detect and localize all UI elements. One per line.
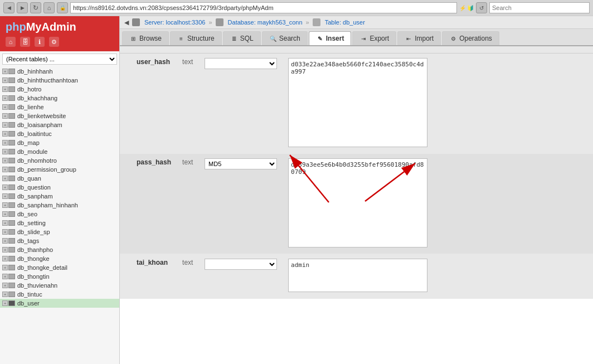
reload-button[interactable] xyxy=(30,2,41,13)
expand-icon[interactable]: + xyxy=(2,113,8,119)
table-item-db_loaitintuc[interactable]: + db_loaitintuc xyxy=(0,129,119,138)
table-item-db_tags[interactable]: + db_tags xyxy=(0,236,119,245)
tab-insert[interactable]: ✎ Insert xyxy=(309,31,352,45)
expand-icon[interactable]: + xyxy=(2,86,8,92)
expand-icon[interactable]: + xyxy=(2,69,8,74)
expand-icon[interactable]: + xyxy=(2,211,8,217)
field-function-pass-hash[interactable]: MD5 AES_ENCRYPT SHA1 PASSWORD xyxy=(199,153,283,254)
table-item-db_slide_sp[interactable]: + db_slide_sp xyxy=(0,227,119,236)
table-item-db_seo[interactable]: + db_seo xyxy=(0,210,119,219)
table-item-db_question[interactable]: + db_question xyxy=(0,183,119,192)
table-item-db_lienhe[interactable]: + db_lienhe xyxy=(0,103,119,111)
expand-icon[interactable]: + xyxy=(2,185,8,190)
textarea-user-hash[interactable]: d033e22ae348aeb5660fc2140aec35850c4da997 xyxy=(288,58,427,147)
expand-icon[interactable]: + xyxy=(2,247,8,253)
tab-browse-label: Browse xyxy=(139,35,162,42)
info-sidebar-icon[interactable]: ℹ xyxy=(35,37,45,47)
table-item-db_map[interactable]: + db_map xyxy=(0,138,119,147)
table-grid-icon xyxy=(8,300,15,306)
expand-icon[interactable]: + xyxy=(2,122,8,128)
settings-sidebar-icon[interactable]: ⚙ xyxy=(49,37,59,47)
address-bar[interactable] xyxy=(70,2,457,13)
expand-icon[interactable]: + xyxy=(2,149,8,154)
expand-icon[interactable]: + xyxy=(2,158,8,163)
table-item-label: db_slide_sp xyxy=(17,229,50,235)
expand-icon[interactable]: + xyxy=(2,193,8,199)
field-function-tai-khoan[interactable]: MD5 AES_ENCRYPT SHA1 PASSWORD xyxy=(199,254,283,298)
db-sidebar-icon[interactable]: 🗄 xyxy=(20,37,30,47)
expand-icon[interactable]: + xyxy=(2,167,8,172)
tab-operations[interactable]: ⚙ Operations xyxy=(442,31,499,45)
table-item-db_thongke[interactable]: + db_thongke xyxy=(0,254,119,263)
table-item-db_loaisanpham[interactable]: + db_loaisanpham xyxy=(0,120,119,129)
expand-icon[interactable]: + xyxy=(2,229,8,235)
tab-structure[interactable]: ≡ Structure xyxy=(170,31,222,45)
expand-icon[interactable]: + xyxy=(2,140,8,145)
expand-icon[interactable]: + xyxy=(2,274,8,279)
table-item-db_setting[interactable]: + db_setting xyxy=(0,219,119,227)
textarea-pass-hash[interactable]: da39a3ee5e6b4b0d3255bfef95601890afd80709 xyxy=(288,158,427,247)
function-select-pass-hash[interactable]: MD5 AES_ENCRYPT SHA1 PASSWORD xyxy=(205,158,277,169)
field-function-user-hash[interactable]: MD5 AES_ENCRYPT SHA1 PASSWORD xyxy=(199,53,283,153)
forward-button[interactable] xyxy=(17,2,28,13)
function-select-tai-khoan[interactable]: MD5 AES_ENCRYPT SHA1 PASSWORD xyxy=(205,259,277,270)
table-item-db_sanpham_hinhanh[interactable]: + db_sanpham_hinhanh xyxy=(0,201,119,210)
textarea-tai-khoan[interactable]: admin xyxy=(288,259,427,292)
field-value-pass-hash[interactable]: da39a3ee5e6b4b0d3255bfef95601890afd80709 xyxy=(283,153,593,254)
field-value-tai-khoan[interactable]: admin xyxy=(283,254,593,298)
expand-icon[interactable]: + xyxy=(2,95,8,101)
table-item-icon: + xyxy=(2,176,15,181)
expand-icon[interactable]: + xyxy=(2,283,8,288)
expand-icon[interactable]: + xyxy=(2,131,8,137)
table-item-icon: + xyxy=(2,113,15,119)
table-item-db_sanpham[interactable]: + db_sanpham xyxy=(0,192,119,201)
expand-icon[interactable]: + xyxy=(2,256,8,261)
breadcrumb-database[interactable]: Database: maykh563_conn xyxy=(228,19,303,26)
expand-icon[interactable]: + xyxy=(2,77,8,83)
expand-icon[interactable]: + xyxy=(2,104,8,110)
table-item-db_user[interactable]: + db_user xyxy=(0,299,119,308)
breadcrumb-server[interactable]: Server: localhost:3306 xyxy=(144,19,205,26)
table-item-db_nhomhotro[interactable]: + db_nhomhotro xyxy=(0,156,119,165)
table-item-db_module[interactable]: + db_module xyxy=(0,147,119,156)
expand-icon[interactable]: + xyxy=(2,238,8,244)
table-item-db_hinhthucthanhtoan[interactable]: + db_hinhthucthanhtoan xyxy=(0,76,119,85)
expand-icon[interactable]: + xyxy=(2,202,8,208)
table-item-db_lienketwebsite[interactable]: + db_lienketwebsite xyxy=(0,111,119,120)
content-area: user_hash text MD5 AES_ENCRYPT SHA1 PASS… xyxy=(120,46,593,364)
tab-search[interactable]: 🔍 Search xyxy=(262,31,308,45)
table-item-db_thongtin[interactable]: + db_thongtin xyxy=(0,272,119,281)
tab-sql[interactable]: ≣ SQL xyxy=(223,31,261,45)
table-item-label: db_question xyxy=(17,184,51,191)
table-item-db_hotro[interactable]: + db_hotro xyxy=(0,85,119,94)
field-value-user-hash[interactable]: d033e22ae348aeb5660fc2140aec35850c4da997 xyxy=(283,53,593,153)
expand-icon[interactable]: + xyxy=(2,220,8,226)
expand-icon[interactable]: + xyxy=(2,300,8,306)
table-item-db_khachhang[interactable]: + db_khachhang xyxy=(0,94,119,103)
browser-search-input[interactable] xyxy=(489,2,590,13)
recent-tables-select[interactable]: (Recent tables) ... xyxy=(2,54,117,65)
refresh-button[interactable]: ↺ xyxy=(476,2,487,13)
home-sidebar-icon[interactable]: ⌂ xyxy=(6,37,16,47)
table-item-db_tintuc[interactable]: + db_tintuc xyxy=(0,290,119,299)
table-item-db_permission_group[interactable]: + db_permission_group xyxy=(0,165,119,174)
breadcrumb-table[interactable]: Table: db_user xyxy=(325,19,365,26)
expand-icon[interactable]: + xyxy=(2,292,8,297)
app-container: phpMyAdmin ⌂ 🗄 ℹ ⚙ (Recent tables) ... +… xyxy=(0,16,593,364)
expand-icon[interactable]: + xyxy=(2,176,8,181)
table-item-db_thanhpho[interactable]: + db_thanhpho xyxy=(0,245,119,254)
back-button[interactable] xyxy=(3,2,14,13)
table-item-label: db_sanpham xyxy=(17,193,53,200)
table-item-label: db_lienketwebsite xyxy=(17,113,66,119)
function-select-user-hash[interactable]: MD5 AES_ENCRYPT SHA1 PASSWORD xyxy=(205,58,277,69)
tab-export[interactable]: ⇥ Export xyxy=(352,31,396,45)
table-item-db_thuvienahn[interactable]: + db_thuvienahn xyxy=(0,281,119,290)
home-button[interactable] xyxy=(43,2,55,13)
expand-icon[interactable]: + xyxy=(2,265,8,270)
tab-browse[interactable]: ⊞ Browse xyxy=(122,31,169,45)
table-item-db_thongke_detail[interactable]: + db_thongke_detail xyxy=(0,263,119,272)
table-item-db_hinhhanh[interactable]: + db_hinhhanh xyxy=(0,67,119,76)
table-item-db_quan[interactable]: + db_quan xyxy=(0,174,119,183)
tab-import[interactable]: ⇤ Import xyxy=(397,31,441,45)
recent-tables-dropdown[interactable]: (Recent tables) ... xyxy=(2,54,117,65)
